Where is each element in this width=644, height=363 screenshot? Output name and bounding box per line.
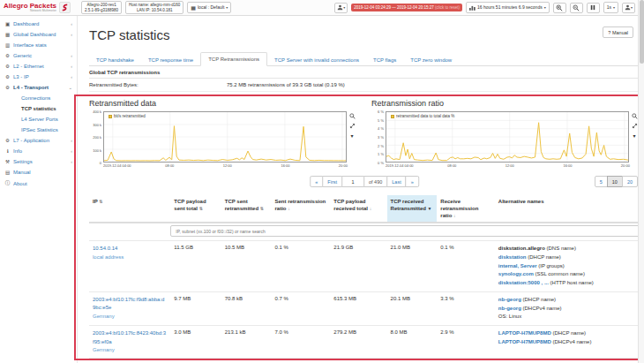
- manual-button[interactable]: ? Manual: [603, 26, 633, 38]
- pager: « First of 490 Last »: [310, 176, 419, 187]
- zoom-out-button[interactable]: [570, 3, 583, 13]
- chart-caret-icon[interactable]: ▾: [631, 132, 638, 139]
- global-retransmissions-header: Global TCP retransmissions: [89, 66, 640, 79]
- sidebar-item-connections[interactable]: Connections: [0, 93, 77, 103]
- value-cell: 3.0 MB: [170, 326, 221, 359]
- page-next-button[interactable]: »: [406, 176, 419, 187]
- alt-name-link[interactable]: diskstation: [498, 254, 527, 260]
- tab-tcp-response-time[interactable]: TCP response time: [141, 54, 200, 66]
- column-header-tcp-payload-sent-total[interactable]: TCP payload sent total ⇅: [170, 195, 221, 223]
- column-header-ip[interactable]: IP ⇅: [89, 195, 170, 223]
- ip-location-link[interactable]: Germany: [93, 313, 167, 320]
- value-cell: 10.5 MB: [221, 241, 272, 292]
- alt-name-note: (DNS name): [545, 246, 576, 251]
- sidebar-item-label: Manual: [13, 170, 70, 175]
- sidebar-item-manual[interactable]: ▤Manual: [0, 167, 77, 178]
- tab-tcp-zero-window[interactable]: TCP zero window: [403, 54, 459, 66]
- zoom-in-button[interactable]: [553, 3, 566, 13]
- alt-name-link[interactable]: LAPTOP-H7MUP8MD: [498, 339, 551, 344]
- ip-link[interactable]: 10.54.0.14: [93, 245, 167, 253]
- column-header-tcp-received-retransmitted[interactable]: TCP received Retransmitted ▼: [387, 195, 438, 223]
- page-size-20-button[interactable]: 20: [622, 176, 638, 187]
- time-range-reset-badge[interactable]: 2019-12-04 03:24:29 — 2019-12-04 20:15:2…: [351, 4, 462, 11]
- page-number-input[interactable]: [341, 176, 364, 187]
- column-header-tcp-payload-received-total[interactable]: TCP payload received total ↓: [330, 195, 386, 223]
- page-last-button[interactable]: Last: [386, 176, 406, 187]
- chart-zoom-icon[interactable]: [348, 112, 356, 119]
- value-cell: 70.8 kB: [221, 291, 272, 325]
- chart-resize-icon[interactable]: [631, 122, 638, 129]
- page-prev-button[interactable]: «: [310, 176, 323, 187]
- refresh-interval-dropdown[interactable]: 1s ▾: [603, 2, 618, 12]
- tab-tcp-server-with-invalid-connections[interactable]: TCP Server with invalid connections: [267, 54, 366, 66]
- sidebar-item-l7-application[interactable]: ⚙L7 - Application‹: [0, 135, 77, 146]
- sidebar-item-label: IPSec Statistics: [21, 127, 72, 132]
- sidebar-item-label: L4 Server Ports: [21, 117, 72, 122]
- sidebar-item-l4-server-ports[interactable]: L4 Server Ports: [0, 114, 77, 125]
- alt-name-link[interactable]: internal, Server: [498, 263, 537, 268]
- scrollbar[interactable]: [638, 0, 644, 363]
- ip-link[interactable]: 2003:e4:bf10:17fc:8423:40bd:3f95:ef0a: [93, 329, 167, 346]
- sidebar-item-label: L2 - Ethernet: [13, 64, 68, 69]
- user-menu-button[interactable]: ▾: [334, 3, 348, 13]
- alternative-names-cell: diskstation.allegro (DNS name)diskstatio…: [495, 241, 640, 292]
- value-cell: 7.0 %: [272, 326, 331, 359]
- hostname-button[interactable]: Host name: allegro-mm-d160 LAN IP: 10.54…: [125, 1, 183, 14]
- profile-dropdown[interactable]: ▦ local : Default ▾: [187, 2, 231, 12]
- ip-location-link[interactable]: Germany: [93, 346, 167, 353]
- chevron-down-icon: ▾: [544, 5, 546, 10]
- scrollbar-thumb[interactable]: [640, 0, 644, 64]
- account-menu-button[interactable]: ▾: [622, 3, 635, 13]
- page-size-10-button[interactable]: 10: [607, 176, 623, 187]
- chart-plot-area[interactable]: bit/s retransmitted: [103, 111, 347, 163]
- device-version-button[interactable]: Allegro-200-rev1 2.5.1-89-g3188980: [81, 1, 122, 14]
- alt-name-link[interactable]: LAPTOP-H7MUP8MD: [498, 330, 551, 336]
- alt-name-link[interactable]: nb-georg: [498, 306, 521, 311]
- ip-cell: 2003:e4:bf10:17fc:f9d8:abba:d9bc:e5eGerm…: [89, 291, 170, 325]
- alt-name-note: (HTTP host name): [549, 280, 594, 285]
- alt-name-link[interactable]: synology.com: [498, 271, 534, 276]
- chart-resize-icon[interactable]: [348, 122, 356, 129]
- sidebar-item-info[interactable]: ℹInfo‹: [0, 146, 77, 156]
- pagination-row: « First of 490 Last » 51020: [89, 176, 640, 190]
- column-header-tcp-sent-retransmitted[interactable]: TCP sent retransmitted ⇅: [221, 195, 272, 223]
- tab-tcp-flags[interactable]: TCP flags: [366, 54, 403, 66]
- pause-button[interactable]: [587, 3, 600, 13]
- page-first-button[interactable]: First: [322, 176, 342, 187]
- sidebar-item-l3-ip[interactable]: ⚙L3 - IP‹: [0, 72, 77, 82]
- sidebar-item-settings[interactable]: ⚒Settings‹: [0, 156, 77, 167]
- legend-swatch: [109, 115, 112, 118]
- chart-caret-icon[interactable]: ▾: [348, 132, 356, 139]
- sidebar-item-generic[interactable]: ⚙Generic‹: [0, 50, 77, 61]
- sidebar-item-interface-stats[interactable]: ▥Interface stats: [0, 40, 77, 50]
- value-cell: 0 B: [221, 358, 272, 363]
- value-cell: 279.2 MB: [330, 326, 386, 359]
- sidebar-item-ipsec-statistics[interactable]: IPSec Statistics: [0, 125, 77, 135]
- chart-plot-area[interactable]: retransmitted data to total data %: [386, 111, 629, 163]
- tab-tcp-retransmissions[interactable]: TCP Retransmissions: [200, 52, 267, 66]
- sidebar-item-l2-ethernet[interactable]: ⚙L2 - Ethernet‹: [0, 61, 77, 72]
- sidebar: ▣Dashboard‹▦Global Dashboard‹▥Interface …: [0, 16, 78, 363]
- duration-dropdown[interactable]: 16 hours 51 minutes 6.9 seconds ▾: [466, 2, 550, 12]
- tab-tcp-handshake[interactable]: TCP handshake: [89, 54, 141, 66]
- sidebar-item-l4-transport[interactable]: ⚙L4 - Transport⌄: [0, 82, 77, 93]
- ip-search-input[interactable]: [170, 225, 640, 237]
- alt-name-note: (DHCP name): [551, 330, 586, 336]
- gear-icon: ⚙: [4, 138, 11, 143]
- settings-icon: ⚒: [4, 159, 11, 164]
- sidebar-item-dashboard[interactable]: ▣Dashboard‹: [0, 19, 77, 29]
- column-header-receive-retransmission-ratio[interactable]: Receive retransmission ratio ↓: [437, 195, 495, 223]
- chart-zoom-icon[interactable]: [631, 112, 638, 119]
- ip-link[interactable]: 2003:e4:bf10:17fc:f9d8:abba:d9bc:e5e: [93, 296, 167, 313]
- ip-location-link[interactable]: local address: [93, 253, 167, 261]
- alt-name-link[interactable]: diskstation:5000 , ...: [498, 280, 549, 285]
- sidebar-item-tcp-statistics[interactable]: TCP statistics: [0, 103, 77, 114]
- page-size-5-button[interactable]: 5: [595, 176, 608, 187]
- sidebar-item-about[interactable]: ⓘAbout: [0, 178, 77, 189]
- manual-icon: ▤: [4, 170, 11, 175]
- value-cell: 0 %: [272, 358, 331, 363]
- alt-name-link[interactable]: nb-georg: [498, 297, 521, 302]
- chevron-down-icon: ▾: [343, 5, 345, 10]
- column-header-sent-retransmission-ratio[interactable]: Sent retransmission ratio ↓: [272, 195, 331, 223]
- sidebar-item-global-dashboard[interactable]: ▦Global Dashboard‹: [0, 29, 77, 40]
